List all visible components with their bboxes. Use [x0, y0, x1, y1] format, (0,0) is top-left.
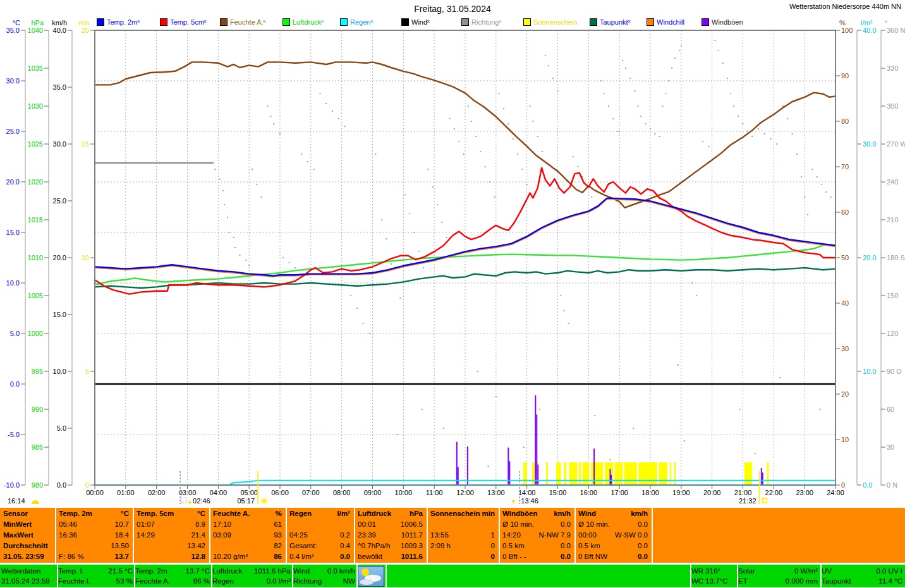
summary-cell-label: MinWert [3, 519, 32, 530]
axis-tick-label: 1010 [28, 254, 43, 261]
summary-cell-label: 00:01 [358, 519, 376, 530]
x-axis-label: 09:00 [364, 489, 382, 496]
summary-cell-label: 14:20 [502, 530, 521, 541]
wind-direction-dot [446, 237, 447, 238]
sunshine-bar [569, 462, 578, 485]
wind-direction-dot [696, 295, 697, 296]
status-label: Temp. I. [58, 566, 84, 576]
up-arrow-icon: ▲ [187, 498, 193, 505]
legend-label: Windböen [712, 18, 743, 26]
status-row: Taupunkt11.4 °C [822, 576, 902, 586]
axis-tick-label: 70 [841, 163, 849, 171]
wind-direction-dot [477, 371, 478, 372]
summary-cell-label: 0.4 l/m² [289, 551, 313, 562]
axis-tick-label: 330 [887, 64, 898, 72]
wind-direction-dot [691, 282, 693, 284]
summary-cell-label: 14:29 [137, 530, 155, 541]
axis-tick-label: 50 [841, 254, 849, 261]
legend-item-4[interactable]: Luftdruckˣ [282, 18, 324, 26]
wind-direction-dot [821, 184, 822, 185]
summary-row: 13:551 [427, 530, 498, 541]
axis-tick-label: 30 [887, 443, 894, 451]
wind-direction-dot [542, 151, 543, 152]
wind-direction-dot [600, 80, 602, 81]
wind-direction-dot [739, 409, 741, 410]
summary-cell-label: Temp. 5cm [137, 508, 174, 519]
wind-direction-dot [817, 176, 818, 177]
wind-direction-dot [764, 133, 765, 135]
wind-direction-dot [625, 68, 626, 69]
status-label: Wind [293, 566, 310, 576]
wind-direction-dot [573, 156, 574, 157]
wind-direction-dot [423, 267, 424, 268]
summary-cell-value: 13.50 [111, 541, 129, 551]
status-cell: UV0.0 UV-ITaupunkt11.4 °C [822, 566, 902, 586]
wind-direction-dot [521, 169, 523, 170]
legend-item-11[interactable]: Windböen [702, 18, 743, 26]
summary-cell-value: 0.0 [561, 519, 571, 530]
legend-item-5[interactable]: Regenˣ [340, 18, 373, 26]
summary-cell-label: 0 Bft - - [502, 551, 526, 562]
wind-direction-dot [252, 169, 253, 170]
legend-item-6[interactable]: Windˣ [401, 18, 430, 26]
wind-direction-dot [468, 105, 469, 107]
summary-cell-value: min [482, 508, 495, 519]
wind-direction-dot [313, 169, 315, 170]
summary-cell-value: 0.0 [638, 541, 648, 551]
wind-direction-dot [671, 68, 672, 69]
sunshine-bar [564, 462, 566, 485]
summary-cell-label: 04:25 [289, 530, 308, 541]
legend-item-8[interactable]: Sonnenschein [523, 18, 578, 26]
wind-direction-dot [449, 118, 451, 119]
wind-direction-dot [399, 297, 401, 299]
wind-direction-dot [437, 204, 438, 205]
legend-label: Richtungˣ [471, 18, 501, 26]
summary-row: Ø 10 min.0.0 [575, 519, 651, 530]
status-row: Feuchte I.53 % [58, 576, 133, 586]
axis-tick-label: 180 S [887, 254, 905, 261]
summary-row: Windböenkm/h [499, 508, 574, 519]
summary-col-regen: Regenl/m²04:250.2Gesamt:0.40.4 l/m²0.0 [286, 508, 353, 562]
axis-tick-label: 20.0 [863, 254, 876, 261]
legend-item-3[interactable]: Feuchte A.ˣ [220, 18, 265, 26]
legend-item-9[interactable]: Taupunktˣ [590, 18, 630, 26]
sunshine-bar [546, 462, 548, 485]
wind-direction-dot [738, 116, 739, 117]
status-row: RichtungNW [293, 576, 355, 586]
wind-direction-dot [386, 238, 387, 239]
summary-cell-label: Sonnenschein [430, 508, 480, 519]
table-separator [574, 508, 576, 563]
legend-item-2[interactable]: Temp. 5cmˣ [160, 18, 206, 26]
wind-direction-dot [443, 428, 444, 429]
summary-col-feuchte-a-: Feuchte A.%17:106103:09938210.20 g/m³86 [210, 508, 285, 562]
axis-tick-label: 0.0 [57, 481, 66, 489]
wind-direction-dot [747, 131, 748, 132]
summary-row: ^0.7hPa/h1009.3 [355, 541, 426, 551]
sun-icon [262, 499, 266, 503]
wind-direction-dot [612, 118, 614, 119]
summary-cell-label: 2:09 h [430, 541, 451, 551]
summary-cell-value: 61 [274, 519, 282, 530]
legend-item-10[interactable]: Windchill [647, 18, 684, 26]
wind-direction-dot [227, 217, 228, 218]
summary-row [427, 519, 498, 530]
summary-cell-value: l/m² [337, 508, 350, 519]
sunshine-bar [674, 462, 676, 485]
legend-item-7[interactable]: Richtungˣ [461, 18, 501, 26]
wind-direction-dot [751, 136, 753, 137]
wind-direction-dot [770, 138, 771, 140]
status-label: UV [822, 566, 832, 576]
wind-direction-dot [222, 190, 224, 191]
axis-tick-label: 0.0 [863, 481, 872, 489]
summary-cell-label: MaxWert [3, 530, 33, 541]
summary-row: 03:0993 [210, 530, 285, 541]
summary-row: 13.50 [56, 541, 132, 551]
table-separator [652, 508, 653, 563]
status-row: 31.05.24 23:59 [1, 576, 56, 586]
legend-item-1[interactable]: Temp. 2mˣ [97, 18, 140, 26]
axis-tick-label: 1035 [28, 64, 43, 72]
axis-tick-label: 30.0 [6, 77, 20, 85]
axis-tick-label: 270 W [887, 140, 905, 148]
x-axis-label: 17:00 [610, 489, 628, 496]
wind-direction-dot [248, 265, 250, 266]
